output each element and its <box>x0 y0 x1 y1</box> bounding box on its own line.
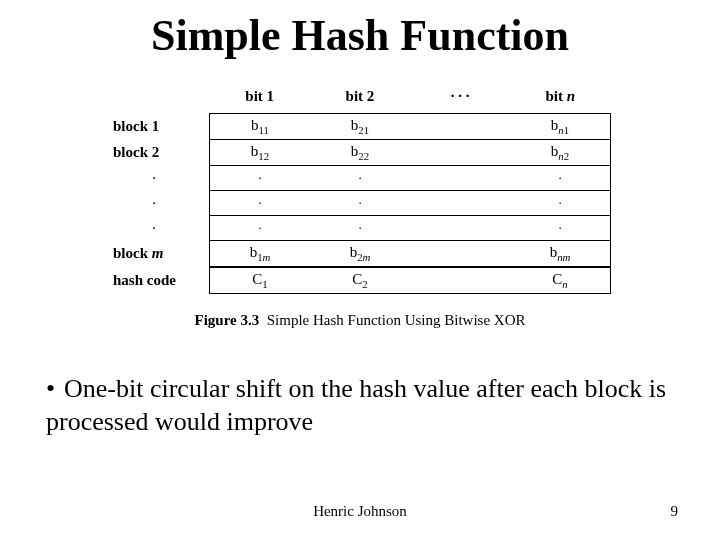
hash-table: bit 1 bit 2 · · · bit n block 1 b11 b21 … <box>109 84 611 294</box>
bullet-dot-icon: • <box>46 372 64 405</box>
row-dots-1: · · · · <box>109 166 611 191</box>
col-header-dots: · · · <box>410 84 510 114</box>
footer-page-number: 9 <box>671 503 679 520</box>
row-dots-2: · · · · <box>109 191 611 216</box>
row-dots-3: · · · · <box>109 216 611 241</box>
col-header-bit2: bit 2 <box>310 84 410 114</box>
slide-title: Simple Hash Function <box>0 10 720 61</box>
figure-caption: Figure 3.3 Simple Hash Function Using Bi… <box>80 312 640 329</box>
bullet-item: •One-bit circular shift on the hash valu… <box>46 372 686 439</box>
row-block2: block 2 b12 b22 bn2 <box>109 140 611 166</box>
slide: Simple Hash Function bit 1 bit 2 · · · b… <box>0 0 720 540</box>
row-blockm: block m b1m b2m bnm <box>109 241 611 268</box>
row-hashcode: hash code C1 C2 Cn <box>109 267 611 294</box>
row-block1: block 1 b11 b21 bn1 <box>109 114 611 140</box>
figure: bit 1 bit 2 · · · bit n block 1 b11 b21 … <box>60 78 660 338</box>
col-header-bit1: bit 1 <box>210 84 311 114</box>
bullet-text: One-bit circular shift on the hash value… <box>46 374 666 436</box>
footer-author: Henric Johnson <box>0 503 720 520</box>
col-header-bitn: bit n <box>510 84 611 114</box>
